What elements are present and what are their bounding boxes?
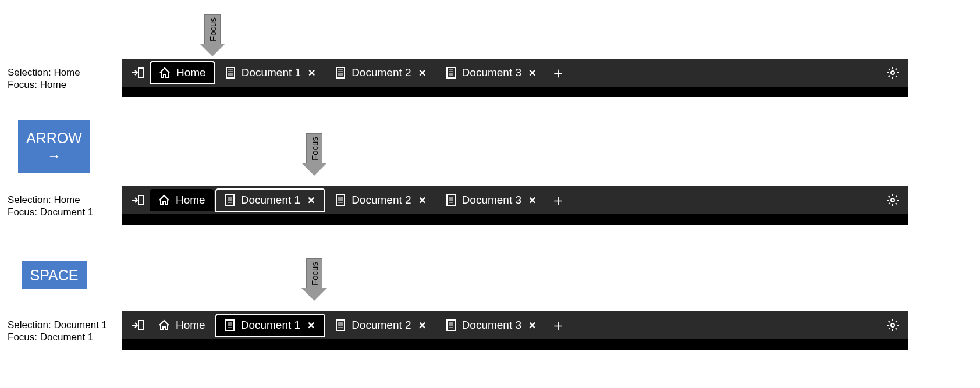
tab-document-2[interactable]: Document 2 ✕: [327, 314, 435, 336]
tab-label: Document 3: [462, 319, 521, 332]
tab-label: Document 2: [351, 66, 411, 79]
svg-rect-36: [447, 195, 455, 205]
home-icon: [159, 67, 171, 79]
tab-document-3[interactable]: Document 3 ✕: [438, 189, 545, 211]
close-icon[interactable]: ✕: [306, 320, 316, 331]
svg-rect-1: [226, 67, 235, 78]
tab-home[interactable]: Home: [150, 189, 214, 211]
svg-rect-50: [139, 321, 143, 330]
arrow-right-icon: →: [47, 148, 61, 165]
focus-line: Focus: Home: [8, 79, 80, 91]
svg-rect-0: [139, 68, 143, 77]
tab-label: Document 3: [462, 194, 521, 207]
svg-rect-56: [336, 320, 345, 330]
add-tab-button[interactable]: ＋: [548, 62, 569, 83]
focus-arrow-1: Focus: [200, 14, 225, 56]
gear-icon[interactable]: [882, 315, 903, 336]
tab-document-2[interactable]: Document 2 ✕: [327, 62, 435, 84]
svg-line-49: [896, 196, 897, 197]
selection-line: Selection: Home: [8, 66, 80, 79]
tab-label: Document 1: [242, 66, 301, 79]
focus-line: Focus: Document 1: [8, 206, 93, 218]
key-arrow-right: ARROW →: [18, 120, 90, 173]
svg-rect-51: [226, 320, 234, 330]
tab-label: Home: [176, 194, 205, 207]
tab-label: Document 3: [462, 66, 521, 79]
focus-label: Focus: [310, 262, 319, 286]
document-icon: [446, 67, 456, 79]
tab-label: Document 2: [351, 319, 411, 332]
document-icon: [446, 194, 456, 206]
state-label-2: Selection: Home Focus: Document 1: [8, 194, 93, 219]
svg-rect-11: [447, 67, 455, 78]
close-icon[interactable]: ✕: [306, 195, 316, 206]
tab-document-1[interactable]: Document 1 ✕: [216, 314, 325, 336]
tab-label: Document 2: [351, 194, 411, 207]
svg-line-47: [896, 203, 897, 204]
document-icon: [225, 319, 235, 331]
tab-label: Home: [176, 66, 206, 79]
svg-rect-25: [139, 195, 143, 205]
tab-document-3[interactable]: Document 3 ✕: [438, 314, 545, 336]
svg-rect-31: [336, 195, 345, 205]
focus-line: Focus: Document 1: [8, 331, 107, 343]
tab-document-1[interactable]: Document 1 ✕: [217, 62, 325, 84]
svg-line-46: [889, 196, 890, 197]
svg-rect-61: [447, 320, 455, 330]
tab-document-1[interactable]: Document 1 ✕: [216, 189, 325, 211]
document-icon: [446, 319, 456, 331]
key-label: ARROW: [26, 129, 82, 147]
svg-line-71: [889, 321, 890, 322]
selection-line: Selection: Home: [8, 194, 93, 206]
svg-rect-6: [336, 67, 345, 78]
tab-document-3[interactable]: Document 3 ✕: [438, 62, 545, 84]
tab-home[interactable]: Home: [150, 62, 215, 84]
document-icon: [225, 67, 236, 79]
key-label: SPACE: [30, 266, 79, 284]
tabbar-3: Home Document 1 ✕ Document 2 ✕ Document …: [122, 311, 908, 350]
svg-line-24: [896, 69, 897, 70]
tabbar-2: Home Document 1 ✕ Document 2 ✕ Document …: [122, 186, 908, 225]
document-icon: [225, 194, 235, 206]
close-icon[interactable]: ✕: [527, 195, 537, 206]
state-label-1: Selection: Home Focus: Home: [8, 66, 80, 91]
nav-forward-icon[interactable]: [127, 62, 148, 83]
svg-line-72: [896, 328, 897, 329]
tab-label: Home: [176, 319, 205, 332]
selection-line: Selection: Document 1: [8, 319, 107, 331]
svg-line-74: [896, 321, 897, 322]
tab-label: Document 1: [241, 319, 300, 332]
tabbar-1: Home Document 1 ✕ Document 2 ✕ Document …: [122, 59, 908, 97]
close-icon[interactable]: ✕: [417, 320, 427, 331]
svg-line-48: [889, 203, 890, 204]
svg-point-41: [891, 198, 894, 202]
home-icon: [158, 319, 170, 331]
nav-forward-icon[interactable]: [127, 315, 148, 336]
document-icon: [335, 67, 346, 79]
add-tab-button[interactable]: ＋: [548, 190, 569, 211]
tab-label: Document 1: [241, 194, 300, 207]
close-icon[interactable]: ✕: [527, 320, 537, 331]
add-tab-button[interactable]: ＋: [548, 315, 569, 336]
focus-label: Focus: [310, 137, 319, 161]
focus-arrow-3: Focus: [301, 258, 327, 301]
tab-document-2[interactable]: Document 2 ✕: [327, 189, 435, 211]
svg-rect-26: [226, 195, 234, 205]
close-icon[interactable]: ✕: [307, 67, 317, 79]
close-icon[interactable]: ✕: [417, 67, 427, 79]
focus-arrow-2: Focus: [301, 133, 327, 176]
svg-point-16: [891, 71, 894, 74]
svg-line-23: [889, 76, 890, 77]
nav-forward-icon[interactable]: [127, 190, 148, 211]
gear-icon[interactable]: [882, 190, 903, 211]
svg-line-21: [889, 69, 890, 70]
focus-label: Focus: [208, 17, 218, 41]
svg-line-22: [896, 76, 897, 77]
gear-icon[interactable]: [882, 62, 903, 83]
svg-point-66: [891, 323, 894, 327]
tab-home[interactable]: Home: [150, 314, 214, 336]
close-icon[interactable]: ✕: [527, 67, 537, 79]
document-icon: [335, 194, 346, 206]
close-icon[interactable]: ✕: [417, 195, 427, 206]
document-icon: [335, 319, 346, 331]
